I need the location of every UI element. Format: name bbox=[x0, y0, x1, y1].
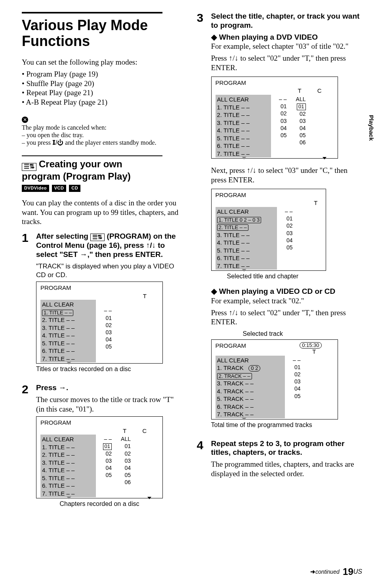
note-intro: The play mode is canceled when: bbox=[22, 124, 107, 131]
badge-vcd: VCD bbox=[52, 185, 67, 192]
step-number: 3 bbox=[197, 12, 211, 24]
caption: Titles or tracks recorded on a disc bbox=[36, 365, 183, 373]
mode-item: Shuffle Play (page 20) bbox=[22, 79, 183, 88]
body-text: For example, select track "02." bbox=[211, 296, 362, 306]
mode-item: A-B Repeat Play (page 21) bbox=[22, 98, 183, 107]
note-item: you press 𝗜/⏻ and the player enters stan… bbox=[22, 139, 183, 146]
caption: Total time of the programmed tracks bbox=[211, 421, 362, 429]
mode-item: Program Play (page 19) bbox=[22, 69, 183, 79]
step-heading: Select the title, chapter, or track you … bbox=[211, 12, 362, 30]
intro: You can set the following play modes: bbox=[22, 57, 183, 67]
body-text: Press ↑/↓ to select "02" under "T," then… bbox=[211, 308, 362, 327]
screen-program-4: PROGRAM T ALL CLEAR 1. TITLE 0 2 – 0 3 2… bbox=[211, 189, 326, 271]
step-number: 2 bbox=[22, 383, 36, 395]
screen-title: PROGRAM bbox=[216, 342, 246, 350]
note-icon: ✕ bbox=[22, 117, 28, 123]
step-heading: Press →. bbox=[36, 383, 183, 393]
caption: Selected track bbox=[243, 330, 362, 338]
screen-title: PROGRAM bbox=[216, 192, 322, 199]
screen-title: PROGRAM bbox=[216, 79, 334, 87]
highlighted-value: 0 2 bbox=[248, 365, 260, 372]
scroll-icon bbox=[323, 157, 326, 159]
screen-col-c: ALL 01 02 03 04 05 06 bbox=[112, 435, 131, 486]
program-icon: ☰⇅ bbox=[22, 163, 36, 171]
note-block: The play mode is canceled when: you open… bbox=[22, 124, 183, 147]
body-text: The programmed titles, chapters, and tra… bbox=[211, 460, 362, 479]
body-text: For example, select chapter "03" of titl… bbox=[211, 42, 362, 51]
subheading: ☰⇅Creating your own program (Program Pla… bbox=[22, 159, 183, 182]
rule bbox=[22, 12, 162, 13]
scroll-icon bbox=[67, 362, 71, 364]
step-2: 2 Press →. The cursor moves to the title… bbox=[22, 383, 183, 514]
screen-col-t: – – 01 02 03 04 05 bbox=[96, 300, 112, 350]
screen-program-2: PROGRAM T C ALL CLEAR 1. TITLE – – 2. TI… bbox=[36, 416, 163, 499]
screen-list: ALL CLEAR 1. TITLE – – 2. TITLE – – 3. T… bbox=[216, 95, 271, 157]
sub-heading: When playing a VIDEO CD or CD bbox=[211, 287, 362, 296]
screen-col-c: ALL 01 02 03 04 05 06 bbox=[287, 95, 306, 146]
step-note: "TRACK" is displayed when you play a VID… bbox=[36, 262, 183, 279]
rule bbox=[22, 155, 162, 156]
arrow-icon: ➜ bbox=[310, 568, 315, 575]
region-label: US bbox=[353, 568, 362, 575]
scroll-icon bbox=[147, 497, 151, 499]
sub-heading: When playing a DVD VIDEO bbox=[211, 33, 362, 42]
program-icon: ☰⇅ bbox=[90, 234, 105, 241]
badge-cd: CD bbox=[69, 185, 80, 192]
time-indicator: 0:15:30 bbox=[300, 342, 321, 349]
format-badges: DVDVideo VCD CD bbox=[22, 182, 183, 192]
screen-program-5: PROGRAM 0:15:30 T ALL CLEAR 1. TRACK 0 2… bbox=[211, 339, 338, 419]
step-number: 1 bbox=[22, 232, 36, 244]
step-heading: Repeat steps 2 to 3, to program other ti… bbox=[211, 439, 362, 458]
step-body-text: The cursor moves to the title or track r… bbox=[36, 395, 183, 414]
screen-program-3: PROGRAM T C ALL CLEAR 1. TITLE – – 2. TI… bbox=[211, 77, 338, 159]
scroll-icon bbox=[242, 157, 246, 159]
screen-program-1: PROGRAM T ALL CLEAR 1. TITLE – – 2. TITL… bbox=[36, 282, 163, 364]
main-heading: Various Play Mode Functions bbox=[22, 17, 183, 49]
screen-col-t: – – 01 02 03 04 05 bbox=[285, 356, 301, 400]
screen-title: PROGRAM bbox=[40, 284, 158, 292]
mode-list: Program Play (page 19) Shuffle Play (pag… bbox=[22, 69, 183, 107]
screen-list: ALL CLEAR 1. TRACK 0 2 2. TRACK – – 3. T… bbox=[216, 356, 285, 418]
badge-dvd: DVDVideo bbox=[22, 185, 49, 192]
screen-list: ALL CLEAR 1. TITLE – – 2. TITLE – – 3. T… bbox=[40, 300, 96, 362]
note-item: you open the disc tray. bbox=[22, 131, 183, 139]
step-3: 3 Select the title, chapter, or track yo… bbox=[197, 12, 362, 435]
step-4: 4 Repeat steps 2 to 3, to program other … bbox=[197, 439, 362, 481]
screen-col-t: – – 01 02 03 04 05 bbox=[96, 435, 112, 479]
page-number: 19 bbox=[343, 566, 353, 577]
footer: ➜continued 19US bbox=[310, 566, 362, 578]
power-icon: 𝗜/⏻ bbox=[52, 139, 63, 146]
screen-col-t: – – 01 02 03 04 05 bbox=[271, 95, 287, 139]
step-1: 1 After selecting ☰⇅ (PROGRAM) on the Co… bbox=[22, 232, 183, 379]
body-text: Next, press ↑/↓ to select "03" under "C,… bbox=[211, 166, 362, 185]
left-column: Various Play Mode Functions You can set … bbox=[22, 12, 183, 518]
side-tab: Playback bbox=[367, 115, 375, 141]
right-column: 3 Select the title, chapter, or track yo… bbox=[197, 12, 362, 518]
caption: Chapters recorded on a disc bbox=[36, 500, 163, 508]
highlighted-value: 01 bbox=[297, 103, 305, 110]
mode-item: Repeat Play (page 21) bbox=[22, 88, 183, 98]
prog-intro: You can play the contents of a disc in t… bbox=[22, 198, 183, 226]
step-heading: After selecting ☰⇅ (PROGRAM) on the Cont… bbox=[36, 232, 183, 259]
step-number: 4 bbox=[197, 439, 211, 451]
screen-list: ALL CLEAR 1. TITLE – – 2. TITLE – – 3. T… bbox=[40, 435, 96, 497]
body-text: Press ↑/↓ to select "02" under "T," then… bbox=[211, 54, 362, 73]
highlighted-value: 01 bbox=[103, 443, 112, 450]
scroll-icon bbox=[67, 496, 71, 499]
screen-list: ALL CLEAR 1. TITLE 0 2 – 0 3 2. TITLE – … bbox=[216, 207, 277, 270]
scroll-icon bbox=[242, 269, 246, 272]
caption: Selected title and chapter bbox=[227, 272, 362, 280]
screen-col-t: – – 01 02 03 04 05 bbox=[277, 207, 293, 251]
scroll-icon bbox=[242, 418, 246, 420]
screen-title: PROGRAM bbox=[40, 419, 158, 427]
